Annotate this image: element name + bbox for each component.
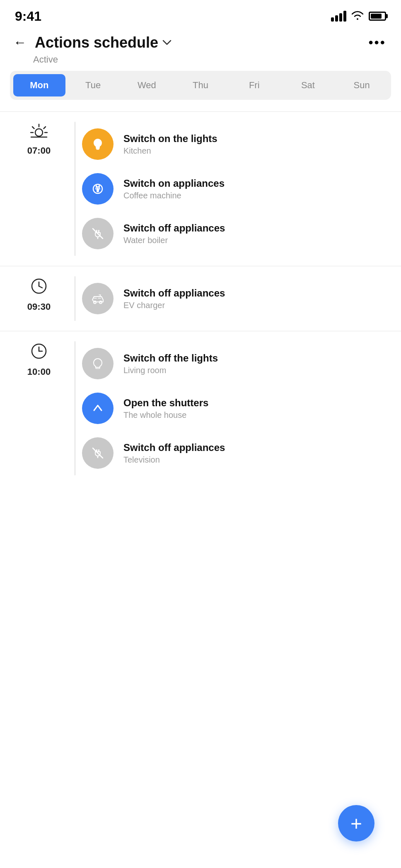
back-button[interactable]: ←	[12, 33, 28, 52]
svg-rect-7	[96, 147, 100, 149]
tab-tue[interactable]: Tue	[67, 74, 119, 96]
time-block-0930: 09:30 Switch off appliances EV charger	[0, 266, 401, 331]
time-block-1000: 10:00 Switch off the lights Living room	[0, 331, 401, 485]
action-icon-lightbulb-off	[82, 348, 114, 379]
actions-col-1000: Switch off the lights Living room Open t…	[82, 341, 391, 475]
more-button[interactable]: •••	[368, 35, 386, 50]
tab-sun[interactable]: Sun	[336, 74, 388, 96]
sunrise-icon	[30, 123, 48, 142]
list-item[interactable]: Switch on the lights Kitchen	[82, 122, 391, 166]
action-title: Switch off appliances	[123, 222, 391, 234]
status-icons	[331, 10, 386, 23]
list-item[interactable]: Switch on appliances Coffee machine	[82, 166, 391, 211]
svg-rect-11	[96, 185, 97, 188]
list-item[interactable]: Switch off appliances EV charger	[82, 276, 391, 321]
action-subtitle: Living room	[123, 366, 391, 375]
time-label-0700: 07:00	[27, 145, 51, 156]
time-separator-0930	[75, 276, 75, 321]
svg-line-2	[32, 127, 34, 129]
action-subtitle: EV charger	[123, 301, 391, 310]
time-block-0700: 07:00 Switch on the lights Kitchen	[0, 112, 401, 266]
time-col-1000: 10:00	[10, 341, 68, 475]
page-title: Actions schedule	[35, 34, 158, 51]
svg-rect-25	[96, 367, 100, 369]
action-subtitle: Water boiler	[123, 236, 391, 245]
status-time: 9:41	[15, 9, 41, 24]
clock-icon-2	[31, 343, 47, 363]
header: ← Actions schedule •••	[0, 29, 401, 53]
action-icon-plug-on	[82, 173, 114, 205]
action-title: Switch off the lights	[123, 352, 391, 364]
battery-icon	[369, 12, 386, 21]
tab-thu[interactable]: Thu	[174, 74, 227, 96]
list-item[interactable]: Switch off the lights Living room	[82, 341, 391, 386]
tab-fri[interactable]: Fri	[228, 74, 280, 96]
actions-col-0930: Switch off appliances EV charger	[82, 276, 391, 321]
list-item[interactable]: Switch off appliances Television	[82, 431, 391, 475]
action-subtitle: Coffee machine	[123, 191, 391, 200]
add-button[interactable]: +	[338, 805, 374, 841]
action-icon-ev-car	[82, 283, 114, 314]
tab-mon[interactable]: Mon	[13, 74, 65, 96]
time-label-0930: 09:30	[27, 301, 51, 312]
list-item[interactable]: Open the shutters The whole house	[82, 386, 391, 431]
action-title: Open the shutters	[123, 397, 391, 409]
svg-rect-10	[97, 189, 99, 192]
action-title: Switch on the lights	[123, 133, 391, 145]
time-col-0930: 09:30	[10, 276, 68, 321]
svg-rect-14	[98, 230, 99, 233]
action-icon-chevron-up	[82, 393, 114, 424]
action-icon-plug-off-tv	[82, 437, 114, 469]
time-separator-0700	[75, 122, 75, 256]
svg-line-19	[39, 286, 42, 288]
signal-icon	[331, 11, 346, 22]
svg-rect-12	[99, 185, 100, 188]
action-subtitle: The whole house	[123, 410, 391, 420]
chevron-down-icon[interactable]	[162, 37, 172, 48]
list-item[interactable]: Switch off appliances Water boiler	[82, 211, 391, 256]
action-subtitle: Television	[123, 455, 391, 465]
tab-wed[interactable]: Wed	[121, 74, 173, 96]
svg-rect-8	[97, 149, 99, 150]
header-subtitle: Active	[0, 53, 401, 71]
svg-line-3	[44, 127, 46, 129]
action-subtitle: Kitchen	[123, 146, 391, 156]
day-tabs: Mon Tue Wed Thu Fri Sat Sun	[10, 71, 391, 100]
action-title: Switch off appliances	[123, 442, 391, 453]
action-title: Switch off appliances	[123, 287, 391, 299]
actions-col-0700: Switch on the lights Kitchen Switch on a…	[82, 122, 391, 256]
time-separator-1000	[75, 341, 75, 475]
tab-sat[interactable]: Sat	[282, 74, 334, 96]
time-label-1000: 10:00	[27, 366, 51, 377]
action-icon-lightbulb	[82, 128, 114, 160]
status-bar: 9:41	[0, 0, 401, 29]
svg-point-0	[35, 129, 43, 136]
wifi-icon	[351, 10, 364, 23]
time-col-0700: 07:00	[10, 122, 68, 256]
action-icon-plug-off	[82, 218, 114, 249]
clock-icon	[31, 278, 47, 298]
action-title: Switch on appliances	[123, 178, 391, 189]
